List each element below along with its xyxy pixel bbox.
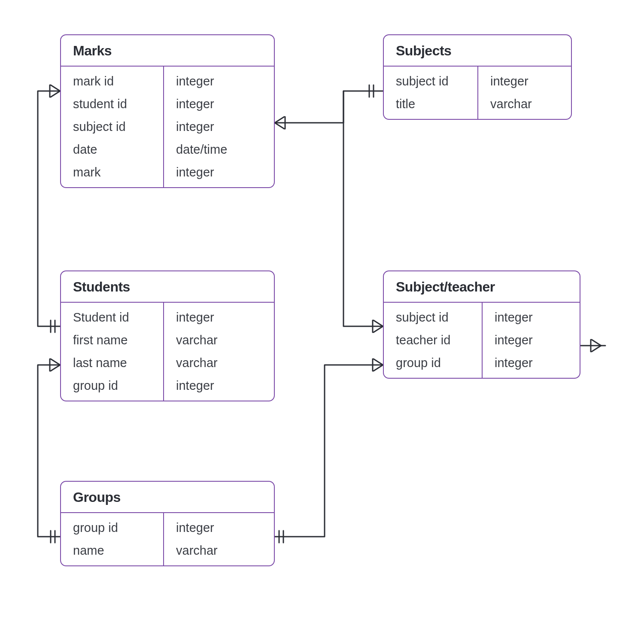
field-type: integer	[164, 93, 239, 115]
conn-subjects-marks	[275, 91, 383, 123]
field-names-col: Student id first name last name group id	[61, 303, 164, 401]
entity-subjects: Subjects subject id title integer varcha…	[383, 34, 572, 120]
field-name: first name	[61, 329, 163, 352]
entity-body: subject id title integer varchar	[384, 67, 571, 119]
card-many-foot	[374, 359, 383, 371]
field-name: group id	[61, 374, 163, 401]
field-type: integer	[164, 513, 230, 539]
field-name: Student id	[61, 303, 163, 329]
entity-students: Students Student id first name last name…	[60, 270, 275, 401]
card-many-foot	[51, 85, 60, 97]
field-type: integer	[478, 67, 544, 93]
entity-body: group id name integer varchar	[61, 513, 274, 565]
field-type: integer	[483, 329, 545, 352]
field-types-col: integer varchar	[478, 67, 544, 119]
field-type: integer	[164, 67, 239, 93]
field-type: varchar	[478, 93, 544, 119]
field-name: subject id	[61, 115, 163, 138]
field-name: group id	[61, 513, 163, 539]
field-type: varchar	[164, 539, 230, 565]
card-many-foot	[51, 359, 60, 371]
field-types-col: integer varchar varchar integer	[164, 303, 230, 401]
field-type: varchar	[164, 329, 230, 352]
conn-groups-students	[38, 365, 60, 537]
field-name: group id	[384, 352, 482, 378]
field-name: student id	[61, 93, 163, 115]
field-types-col: integer integer integer	[483, 303, 545, 378]
conn-subjects-subjteach	[343, 91, 383, 326]
card-many-foot	[275, 117, 284, 129]
field-type: integer	[483, 352, 545, 378]
field-type: date/time	[164, 138, 239, 161]
field-type: integer	[164, 161, 239, 187]
field-name: last name	[61, 352, 163, 374]
er-diagram-canvas: { "entities": { "marks": { "title": "Mar…	[0, 0, 644, 644]
field-name: subject id	[384, 67, 477, 93]
field-types-col: integer varchar	[164, 513, 230, 565]
field-name: date	[61, 138, 163, 161]
field-name: title	[384, 93, 477, 119]
entity-groups: Groups group id name integer varchar	[60, 481, 275, 566]
conn-students-marks	[38, 91, 60, 326]
field-type: integer	[164, 374, 230, 401]
field-names-col: group id name	[61, 513, 164, 565]
entity-body: subject id teacher id group id integer i…	[384, 303, 580, 378]
entity-body: Student id first name last name group id…	[61, 303, 274, 401]
entity-title: Students	[61, 271, 274, 303]
field-types-col: integer integer integer date/time intege…	[164, 67, 239, 187]
field-type: integer	[483, 303, 545, 329]
entity-title: Subjects	[384, 35, 571, 67]
entity-title: Groups	[61, 482, 274, 513]
entity-title: Marks	[61, 35, 274, 67]
card-many-foot	[592, 340, 601, 352]
field-names-col: subject id title	[384, 67, 478, 119]
conn-groups-subjteach	[275, 365, 383, 537]
entity-marks: Marks mark id student id subject id date…	[60, 34, 275, 188]
entity-subject-teacher: Subject/teacher subject id teacher id gr…	[383, 270, 580, 379]
field-name: mark	[61, 161, 163, 187]
field-names-col: subject id teacher id group id	[384, 303, 483, 378]
field-type: integer	[164, 303, 230, 329]
field-name: teacher id	[384, 329, 482, 352]
field-name: name	[61, 539, 163, 565]
field-type: varchar	[164, 352, 230, 374]
field-names-col: mark id student id subject id date mark	[61, 67, 164, 187]
field-name: mark id	[61, 67, 163, 93]
entity-title: Subject/teacher	[384, 271, 580, 303]
entity-body: mark id student id subject id date mark …	[61, 67, 274, 187]
card-many-foot	[374, 320, 383, 332]
field-type: integer	[164, 115, 239, 138]
field-name: subject id	[384, 303, 482, 329]
